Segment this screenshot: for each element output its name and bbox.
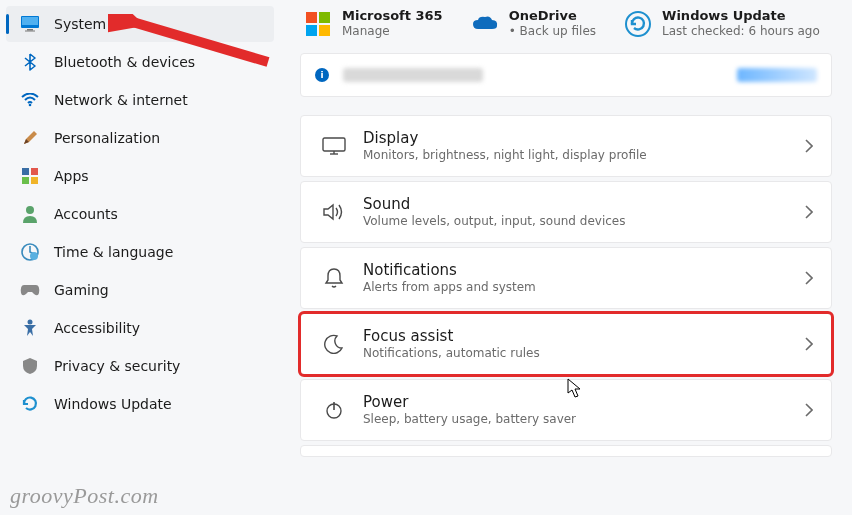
sound-icon [315, 202, 353, 222]
setting-sub: Notifications, automatic rules [363, 346, 540, 362]
sidebar-item-label: System [54, 16, 106, 32]
sidebar: System Bluetooth & devices Network & int… [0, 0, 280, 515]
sidebar-item-label: Accessibility [54, 320, 140, 336]
brush-icon [20, 128, 40, 148]
info-bar[interactable]: i [300, 53, 832, 97]
setting-sub: Alerts from apps and system [363, 280, 536, 296]
person-icon [20, 204, 40, 224]
sidebar-item-label: Apps [54, 168, 89, 184]
sidebar-item-label: Windows Update [54, 396, 172, 412]
microsoft-icon [304, 10, 332, 38]
sidebar-item-accessibility[interactable]: Accessibility [6, 310, 274, 346]
top-card-sub: • Back up files [509, 24, 596, 39]
chevron-right-icon [805, 139, 813, 153]
svg-point-17 [626, 12, 650, 36]
top-card-sub: Manage [342, 24, 443, 39]
top-card-onedrive[interactable]: OneDrive • Back up files [471, 8, 596, 39]
top-card-windows-update[interactable]: Windows Update Last checked: 6 hours ago [624, 8, 820, 39]
setting-sub: Sleep, battery usage, battery saver [363, 412, 576, 428]
sidebar-item-time-language[interactable]: Time & language [6, 234, 274, 270]
svg-rect-5 [22, 168, 29, 175]
clock-globe-icon [20, 242, 40, 262]
svg-point-9 [26, 206, 34, 214]
svg-point-11 [30, 252, 38, 260]
top-cards-row: Microsoft 365 Manage OneDrive • Back up … [300, 8, 832, 39]
setting-power[interactable]: Power Sleep, battery usage, battery save… [300, 379, 832, 441]
setting-focus-assist[interactable]: Focus assist Notifications, automatic ru… [300, 313, 832, 375]
top-card-title: OneDrive [509, 8, 596, 24]
svg-rect-8 [31, 177, 38, 184]
setting-sound[interactable]: Sound Volume levels, output, input, soun… [300, 181, 832, 243]
setting-title: Notifications [363, 261, 536, 281]
bluetooth-icon [20, 52, 40, 72]
bell-icon [315, 267, 353, 289]
chevron-right-icon [805, 403, 813, 417]
sidebar-item-label: Bluetooth & devices [54, 54, 195, 70]
sidebar-item-bluetooth[interactable]: Bluetooth & devices [6, 44, 274, 80]
info-icon: i [315, 68, 329, 82]
monitor-icon [20, 14, 40, 34]
svg-point-4 [29, 104, 32, 107]
onedrive-icon [471, 10, 499, 38]
setting-title: Display [363, 129, 647, 149]
svg-rect-3 [25, 31, 35, 32]
sidebar-item-privacy[interactable]: Privacy & security [6, 348, 274, 384]
sidebar-item-label: Personalization [54, 130, 160, 146]
display-icon [315, 137, 353, 155]
moon-icon [315, 334, 353, 354]
setting-title: Sound [363, 195, 625, 215]
sidebar-item-accounts[interactable]: Accounts [6, 196, 274, 232]
sidebar-item-apps[interactable]: Apps [6, 158, 274, 194]
sidebar-item-label: Time & language [54, 244, 173, 260]
sidebar-item-label: Privacy & security [54, 358, 180, 374]
sidebar-item-label: Network & internet [54, 92, 188, 108]
gamepad-icon [20, 280, 40, 300]
top-card-title: Windows Update [662, 8, 820, 24]
top-card-microsoft365[interactable]: Microsoft 365 Manage [304, 8, 443, 39]
chevron-right-icon [805, 271, 813, 285]
svg-point-12 [28, 320, 33, 325]
grid-icon [20, 166, 40, 186]
accessibility-icon [20, 318, 40, 338]
svg-rect-13 [306, 12, 317, 23]
top-card-title: Microsoft 365 [342, 8, 443, 24]
sidebar-item-windows-update[interactable]: Windows Update [6, 386, 274, 422]
svg-rect-15 [306, 25, 317, 36]
sidebar-item-label: Gaming [54, 282, 109, 298]
setting-sub: Monitors, brightness, night light, displ… [363, 148, 647, 164]
wifi-icon [20, 90, 40, 110]
setting-partial[interactable] [300, 445, 832, 457]
sidebar-item-personalization[interactable]: Personalization [6, 120, 274, 156]
svg-rect-18 [323, 138, 345, 151]
chevron-right-icon [805, 205, 813, 219]
redacted-text [343, 68, 483, 82]
svg-rect-1 [22, 17, 38, 25]
setting-display[interactable]: Display Monitors, brightness, night ligh… [300, 115, 832, 177]
main-content: Microsoft 365 Manage OneDrive • Back up … [280, 0, 852, 515]
svg-rect-16 [319, 25, 330, 36]
setting-notifications[interactable]: Notifications Alerts from apps and syste… [300, 247, 832, 309]
sidebar-item-network[interactable]: Network & internet [6, 82, 274, 118]
svg-rect-2 [27, 29, 33, 31]
svg-rect-14 [319, 12, 330, 23]
sidebar-item-system[interactable]: System [6, 6, 274, 42]
sidebar-item-label: Accounts [54, 206, 118, 222]
shield-icon [20, 356, 40, 376]
sidebar-item-gaming[interactable]: Gaming [6, 272, 274, 308]
redacted-action [737, 68, 817, 82]
setting-title: Focus assist [363, 327, 540, 347]
top-card-sub: Last checked: 6 hours ago [662, 24, 820, 39]
svg-rect-7 [22, 177, 29, 184]
chevron-right-icon [805, 337, 813, 351]
svg-rect-6 [31, 168, 38, 175]
setting-sub: Volume levels, output, input, sound devi… [363, 214, 625, 230]
setting-title: Power [363, 393, 576, 413]
update-icon [20, 394, 40, 414]
update-icon [624, 10, 652, 38]
power-icon [315, 400, 353, 420]
